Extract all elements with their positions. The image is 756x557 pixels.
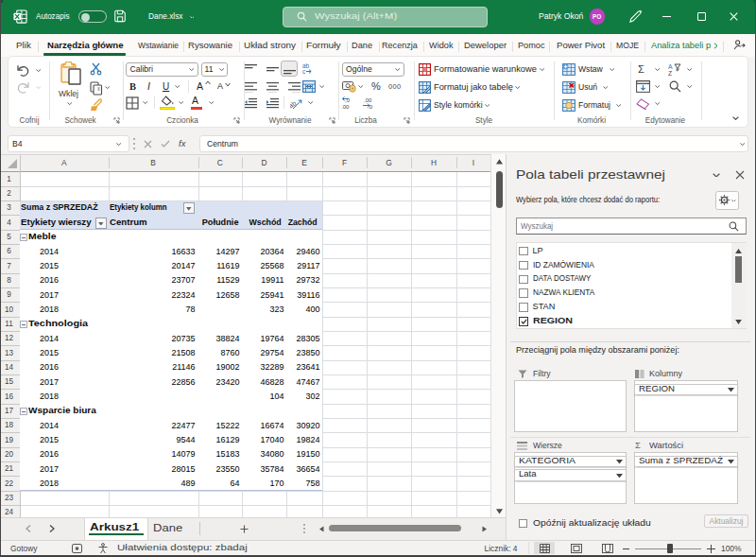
svg-text:,00: ,00 (341, 104, 350, 110)
svg-text:c: c (302, 68, 306, 75)
svg-text:,00: ,00 (364, 97, 372, 103)
svg-text:Z: Z (668, 70, 672, 77)
svg-text:A: A (668, 63, 673, 70)
svg-text:,0: ,0 (345, 97, 351, 103)
